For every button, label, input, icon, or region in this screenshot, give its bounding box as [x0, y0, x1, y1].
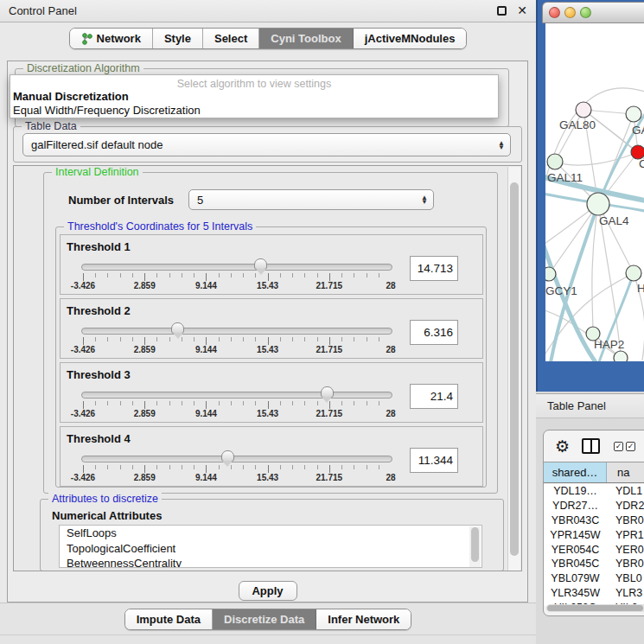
- threshold-3-label: Threshold 3: [67, 368, 131, 381]
- tab-discretize-data[interactable]: Discretize Data: [213, 609, 316, 629]
- network-window-titlebar: [542, 2, 644, 23]
- close-icon[interactable]: ✕: [517, 6, 527, 16]
- dropdown-option-equal-width[interactable]: Equal Width/Frequency Discretization: [10, 104, 498, 118]
- list-item[interactable]: TopologicalCoefficient: [60, 541, 481, 557]
- tick-labels: -3.426 2.859 9.144 15.43 21.715 28: [83, 409, 391, 419]
- cell: YDR27…: [544, 500, 607, 512]
- cell: YBL0: [607, 572, 644, 584]
- tab-impute-data[interactable]: Impute Data: [125, 609, 213, 629]
- network-node[interactable]: [545, 267, 556, 281]
- tick-label: 21.715: [316, 281, 343, 290]
- threshold-4-value-field[interactable]: 11.344: [410, 448, 458, 473]
- tab-group: Network Style Select Cyni Toolbox jActiv…: [69, 28, 468, 49]
- zoom-traffic-light-icon[interactable]: [580, 7, 591, 18]
- node-label: GAL11: [547, 171, 583, 184]
- node-label: GCY1: [545, 284, 577, 297]
- float-window-icon[interactable]: [497, 6, 507, 16]
- threshold-1-row: Threshold 1 -3.426 2.859 9.144 15.43 21.…: [60, 234, 483, 295]
- table-row[interactable]: YLR345WYLR3: [544, 586, 644, 601]
- tick-labels: -3.426 2.859 9.144 15.43 21.715 28: [83, 473, 391, 483]
- tab-network-label: Network: [97, 32, 141, 45]
- table-row[interactable]: YBR043CYBR0: [544, 513, 644, 528]
- number-of-intervals-combobox[interactable]: 5 ▲▼: [188, 189, 434, 210]
- numerical-attributes-heading: Numerical Attributes: [52, 509, 162, 522]
- column-header-shared[interactable]: shared…: [544, 462, 607, 482]
- number-of-intervals-label: Number of Intervals: [68, 194, 174, 207]
- dropdown-hint: Select algorithm to view settings: [10, 75, 498, 90]
- threshold-2-slider-track[interactable]: [81, 328, 392, 335]
- tab-style-label: Style: [164, 32, 191, 45]
- tick-label: 9.144: [195, 281, 217, 290]
- cell: YLR345W: [544, 587, 607, 599]
- threshold-3-slider-track[interactable]: [81, 392, 392, 399]
- threshold-1-slider-track[interactable]: [81, 264, 392, 271]
- threshold-2-slider-thumb[interactable]: [171, 322, 184, 334]
- dropdown-option-manual[interactable]: Manual Discretization: [10, 90, 498, 104]
- tab-cyni-toolbox-label: Cyni Toolbox: [271, 32, 341, 45]
- table-row[interactable]: YBL079WYBL0: [544, 571, 644, 586]
- tick-marks: [83, 337, 391, 345]
- tab-network[interactable]: Network: [70, 29, 153, 48]
- table-row[interactable]: YDR27…YDR2: [544, 499, 644, 513]
- tick-label: 2.859: [134, 281, 156, 290]
- list-item[interactable]: SelfLoops: [60, 526, 481, 541]
- table-data-combobox[interactable]: galFiltered.sif default node ▲▼: [22, 133, 511, 156]
- tab-select-label: Select: [214, 32, 247, 45]
- bottom-tabbar: Impute Data Discretize Data Infer Networ…: [0, 609, 536, 630]
- tick-label: 15.43: [257, 409, 278, 418]
- checkbox-icon[interactable]: ✓: [614, 442, 623, 451]
- threshold-1-slider-thumb[interactable]: [254, 258, 267, 270]
- close-traffic-light-icon[interactable]: [549, 7, 560, 18]
- table-row[interactable]: YER054CYER0: [544, 542, 644, 557]
- control-panel-titlebar: Control Panel ✕: [0, 0, 536, 22]
- network-node[interactable]: [626, 106, 641, 122]
- threshold-1-label: Threshold 1: [67, 240, 131, 253]
- list-item[interactable]: BetweennessCentrality: [60, 556, 481, 568]
- column-header-name[interactable]: na: [607, 462, 644, 482]
- tick-label: 15.43: [257, 345, 278, 354]
- tick-label: 21.715: [316, 345, 343, 354]
- split-columns-icon[interactable]: [582, 438, 600, 454]
- tick-label: -3.426: [71, 409, 95, 418]
- tick-label: 2.859: [134, 473, 156, 482]
- control-panel: Control Panel ✕ Network Style Select Cyn…: [0, 0, 536, 644]
- threshold-2-value-field[interactable]: 6.316: [410, 320, 458, 345]
- list-scrollbar[interactable]: [469, 526, 481, 568]
- numerical-attributes-list[interactable]: SelfLoops TopologicalCoefficient Between…: [59, 525, 482, 568]
- tab-style[interactable]: Style: [153, 29, 203, 48]
- network-canvas[interactable]: GAL80GAGAL11CGAL4GCY1HHAP2: [545, 23, 644, 361]
- scrollbar-thumb[interactable]: [510, 182, 519, 556]
- tab-infer-network[interactable]: Infer Network: [316, 609, 411, 629]
- table-row[interactable]: YPR145WYPR1: [544, 527, 644, 542]
- network-node[interactable]: [576, 102, 591, 118]
- tab-select[interactable]: Select: [203, 29, 259, 48]
- checkbox-icon[interactable]: ✓: [626, 442, 635, 451]
- cell: YBL079W: [544, 572, 607, 584]
- table-row[interactable]: YDL19…YDL1: [544, 484, 644, 499]
- tab-jactivemnodules[interactable]: jActiveMNodules: [354, 29, 467, 48]
- threshold-4-slider-thumb[interactable]: [221, 450, 234, 462]
- threshold-3-value-field[interactable]: 21.4: [410, 384, 458, 409]
- network-node[interactable]: [614, 351, 628, 361]
- minimize-traffic-light-icon[interactable]: [564, 7, 576, 18]
- vertical-scrollbar[interactable]: [507, 167, 520, 571]
- table-panel-title: Table Panel: [547, 399, 606, 412]
- cell: YBR045C: [544, 558, 607, 570]
- table-row[interactable]: YBR045CYBR0: [544, 557, 644, 571]
- tick-label: -3.426: [71, 281, 95, 290]
- combo-stepper-icon: ▲▼: [421, 195, 428, 204]
- gear-icon[interactable]: ⚙: [555, 438, 570, 455]
- cell: YDL1: [607, 485, 644, 497]
- apply-button[interactable]: Apply: [239, 581, 297, 601]
- network-node[interactable]: [626, 265, 641, 281]
- threshold-1-value-field[interactable]: 14.713: [410, 256, 458, 281]
- threshold-3-slider-thumb[interactable]: [321, 386, 334, 398]
- network-node[interactable]: [587, 193, 609, 215]
- tab-cyni-toolbox[interactable]: Cyni Toolbox: [259, 29, 353, 48]
- network-view-window: GAL80GAGAL11CGAL4GCY1HHAP2: [536, 0, 644, 392]
- network-node[interactable]: [547, 154, 563, 169]
- tick-label: 9.144: [195, 345, 217, 354]
- threshold-4-slider-track[interactable]: [81, 456, 392, 462]
- tick-label: 28: [386, 281, 395, 290]
- horizontal-scrollbar[interactable]: [546, 604, 644, 612]
